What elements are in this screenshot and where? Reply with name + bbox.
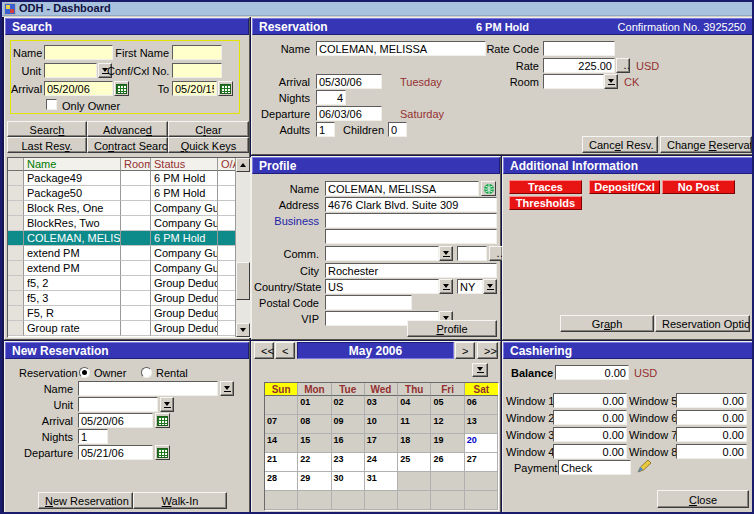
search-unit-input[interactable] (44, 63, 97, 78)
prev-year-button[interactable]: << (254, 342, 274, 359)
newres-departure-calendar-icon[interactable] (155, 445, 170, 460)
first-name-input[interactable] (172, 45, 222, 60)
calendar-day-14[interactable]: 14 (265, 434, 298, 453)
postal-code-input[interactable] (325, 295, 412, 310)
only-owner-checkbox[interactable] (46, 99, 57, 110)
rental-radio[interactable] (141, 367, 152, 378)
scrollbar-thumb[interactable] (236, 262, 250, 300)
reservation-options-button[interactable]: Reservation Options (655, 315, 750, 332)
calendar-day-26[interactable]: 26 (431, 453, 464, 472)
conf-no-input[interactable] (172, 63, 222, 78)
prev-month-button[interactable]: < (275, 342, 295, 359)
newres-nights-input[interactable] (78, 429, 108, 444)
newres-unit-dropdown-icon[interactable] (160, 397, 174, 412)
contract-search-button[interactable]: Contract Search (87, 137, 168, 153)
calendar-day-04[interactable]: 04 (398, 396, 431, 415)
scroll-down-icon[interactable] (236, 323, 250, 337)
no-post-indicator[interactable]: No Post (662, 180, 735, 194)
nights-input[interactable] (316, 90, 346, 105)
rate-code-input[interactable] (543, 41, 615, 56)
table-row[interactable]: COLEMAN, MELISSA6 PM Hold (8, 231, 235, 246)
change-reservation-button[interactable]: Change Reservation (660, 136, 752, 153)
table-row[interactable]: F5, RGroup Deduct (8, 306, 235, 321)
table-row[interactable]: extend PMCompany Guara (8, 261, 235, 276)
country-input[interactable] (325, 279, 439, 294)
calendar-day-12[interactable]: 12 (431, 415, 464, 434)
room-dropdown-icon[interactable] (604, 74, 618, 89)
last-resv-button[interactable]: Last Resv. (7, 137, 87, 153)
comm-input[interactable] (325, 246, 439, 261)
table-header-room[interactable]: Room (121, 158, 151, 171)
owner-radio-label[interactable]: Owner (94, 367, 134, 379)
search-to-input[interactable] (172, 81, 217, 96)
newres-departure-input[interactable] (78, 445, 153, 460)
new-reservation-button[interactable]: New Reservation (38, 492, 133, 509)
search-name-input[interactable] (44, 45, 113, 60)
city-input[interactable] (325, 263, 497, 278)
newres-unit-input[interactable] (78, 397, 158, 412)
newres-name-input[interactable] (78, 381, 218, 396)
window-7-field[interactable] (676, 427, 747, 442)
calendar-day-03[interactable]: 03 (365, 396, 398, 415)
payment-input[interactable] (558, 460, 631, 475)
scroll-up-icon[interactable] (236, 158, 250, 172)
state-dropdown-icon[interactable] (483, 279, 497, 294)
comm-input-2[interactable] (457, 246, 487, 261)
cancel-resv-button[interactable]: Cancel Resv. (582, 136, 658, 153)
address-input[interactable] (325, 197, 497, 212)
state-input[interactable] (457, 279, 483, 294)
calendar-day-02[interactable]: 02 (332, 396, 365, 415)
calendar-day-07[interactable]: 07 (265, 415, 298, 434)
table-header-name[interactable]: Name (24, 158, 121, 171)
newres-name-dropdown-icon[interactable] (220, 381, 234, 396)
calendar-day-10[interactable]: 10 (365, 415, 398, 434)
calendar-day-17[interactable]: 17 (365, 434, 398, 453)
calendar-day-09[interactable]: 09 (332, 415, 365, 434)
table-row[interactable]: BlockRes, TwoCompany Guara (8, 216, 235, 231)
calendar-day-05[interactable]: 05 (431, 396, 464, 415)
calendar-day-01[interactable]: 01 (298, 396, 331, 415)
calendar-day-19[interactable]: 19 (431, 434, 464, 453)
traces-indicator[interactable]: Traces (509, 180, 582, 194)
res-departure-input[interactable] (316, 106, 382, 121)
calendar-view-dropdown-icon[interactable] (472, 363, 488, 377)
calendar-day-30[interactable]: 30 (332, 472, 365, 491)
next-year-button[interactable]: >> (477, 342, 498, 359)
close-button[interactable]: Close (657, 490, 749, 508)
calendar-day-23[interactable]: 23 (332, 453, 365, 472)
window-titlebar[interactable]: ODH - Dashboard (2, 2, 752, 16)
calendar-day-22[interactable]: 22 (298, 453, 331, 472)
walk-in-button[interactable]: Walk-In (133, 492, 227, 509)
rate-input[interactable] (543, 58, 615, 73)
newres-arrival-calendar-icon[interactable] (155, 413, 170, 428)
table-row[interactable]: Package506 PM Hold (8, 186, 235, 201)
table-row[interactable]: Group rateGroup Deduct (8, 321, 235, 336)
calendar-day-13[interactable]: 13 (465, 415, 498, 434)
balance-input[interactable] (555, 365, 629, 380)
thresholds-indicator[interactable]: Thresholds (509, 196, 582, 210)
calendar-day-15[interactable]: 15 (298, 434, 331, 453)
window-6-field[interactable] (676, 410, 747, 425)
calendar-day-24[interactable]: 24 (365, 453, 398, 472)
graph-button[interactable]: Graph (560, 315, 654, 332)
business-label[interactable]: Business (254, 215, 319, 227)
advanced-button[interactable]: Advanced (87, 121, 168, 137)
calendar-day-27[interactable]: 27 (465, 453, 498, 472)
profile-name-input[interactable] (325, 181, 479, 196)
comm-dropdown-icon[interactable] (439, 246, 453, 261)
business-input-2[interactable] (325, 229, 497, 244)
room-input[interactable] (543, 74, 604, 89)
calendar-day-18[interactable]: 18 (398, 434, 431, 453)
table-header-oa[interactable]: O/A (218, 158, 235, 171)
arrival-calendar-icon[interactable] (114, 81, 129, 96)
calendar-day-29[interactable]: 29 (298, 472, 331, 491)
calendar-day-28[interactable]: 28 (265, 472, 298, 491)
calendar-day-25[interactable]: 25 (398, 453, 431, 472)
table-header-status[interactable]: Status (151, 158, 218, 171)
window-3-field[interactable] (553, 427, 627, 442)
next-month-button[interactable]: > (455, 342, 475, 359)
calendar-day-16[interactable]: 16 (332, 434, 365, 453)
table-row[interactable]: Package496 PM Hold (8, 171, 235, 186)
calendar-day-21[interactable]: 21 (265, 453, 298, 472)
clear-button[interactable]: Clear (168, 121, 249, 137)
